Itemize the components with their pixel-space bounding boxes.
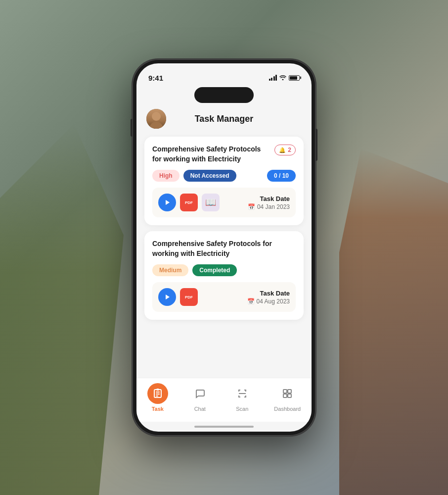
calendar-icon: 📅 [248, 203, 255, 210]
battery-icon [289, 75, 300, 81]
avatar-image [146, 109, 166, 129]
task-2-status-badge: Completed [192, 264, 237, 276]
chat-nav-icon [189, 383, 210, 404]
task-1-badges: High Not Accessed 0 / 10 [152, 170, 296, 182]
task-card-2[interactable]: Comprehensive Safety Protocols for worki… [144, 231, 304, 320]
task-2-pdf-icon[interactable]: PDF [180, 288, 198, 306]
nav-item-scan[interactable]: Scan [232, 383, 253, 412]
dashboard-nav-label: Dashboard [274, 406, 301, 412]
svg-rect-4 [156, 394, 160, 395]
svg-rect-9 [288, 390, 291, 393]
nav-item-chat[interactable]: Chat [189, 383, 210, 412]
task-1-priority-badge: High [152, 170, 179, 182]
wifi-icon [279, 74, 286, 82]
task-2-badges: Medium Completed [152, 264, 296, 276]
svg-rect-5 [156, 396, 158, 396]
calendar-icon-2: 📅 [247, 298, 255, 305]
svg-rect-3 [156, 392, 160, 393]
task-1-attachments: PDF 📖 Task Date 📅 04 Jan 2023 [152, 188, 296, 217]
nav-item-task[interactable]: Task [147, 383, 168, 412]
status-icons [269, 74, 300, 82]
task-2-play-icon[interactable] [158, 288, 176, 306]
dashboard-nav-icon [277, 383, 298, 404]
task-nav-label: Task [152, 406, 164, 412]
signal-icon [269, 75, 277, 81]
chat-nav-label: Chat [194, 406, 206, 412]
status-time: 9:41 [148, 74, 163, 82]
home-indicator [136, 422, 312, 432]
task-2-date: 04 Aug 2023 [257, 298, 290, 305]
task-1-date: 04 Jan 2023 [257, 203, 290, 210]
phone-screen: 9:41 [136, 63, 312, 432]
task-card-2-header: Comprehensive Safety Protocols for worki… [152, 239, 296, 258]
task-1-book-icon[interactable]: 📖 [202, 194, 220, 211]
scan-nav-label: Scan [236, 406, 248, 412]
svg-rect-11 [288, 394, 291, 397]
task-2-attachments: PDF Task Date 📅 04 Aug 2023 [152, 282, 296, 312]
task-2-priority-badge: Medium [152, 264, 188, 276]
avatar[interactable] [146, 109, 166, 129]
task-2-date-value: 📅 04 Aug 2023 [247, 298, 290, 305]
bottom-navigation: Task Chat [136, 378, 312, 422]
page-title: Task Manager [166, 114, 282, 124]
svg-marker-0 [166, 200, 170, 205]
task-1-attachment-icons: PDF 📖 [158, 194, 220, 211]
svg-rect-6 [156, 389, 159, 391]
status-bar: 9:41 [136, 63, 312, 85]
app-header: Task Manager [136, 103, 312, 133]
task-list: Comprehensive Safety Protocols for worki… [136, 133, 312, 378]
task-1-date-block: Task Date 📅 04 Jan 2023 [248, 195, 290, 210]
task-1-status-badge: Not Accessed [183, 170, 236, 182]
task-2-attachment-icons: PDF [158, 288, 198, 306]
task-1-play-icon[interactable] [158, 194, 176, 211]
svg-rect-8 [283, 390, 287, 393]
svg-marker-1 [166, 295, 170, 299]
task-2-date-block: Task Date 📅 04 Aug 2023 [247, 290, 290, 305]
background-right-person [339, 148, 448, 495]
nav-item-dashboard[interactable]: Dashboard [274, 383, 301, 412]
task-1-title: Comprehensive Safety Protocols for worki… [152, 145, 274, 164]
scan-nav-icon [232, 383, 253, 404]
task-card-1[interactable]: Comprehensive Safety Protocols for worki… [144, 137, 304, 225]
svg-rect-10 [283, 394, 287, 397]
task-1-date-value: 📅 04 Jan 2023 [248, 203, 290, 210]
task-1-pdf-icon[interactable]: PDF [180, 194, 198, 211]
bell-icon: 🔔 [279, 147, 286, 153]
task-1-notif-count: 2 [288, 147, 291, 153]
task-1-notification: 🔔 2 [274, 145, 296, 155]
task-2-title: Comprehensive Safety Protocols for worki… [152, 239, 296, 258]
task-nav-icon [147, 383, 168, 404]
task-card-1-header: Comprehensive Safety Protocols for worki… [152, 145, 296, 164]
task-1-date-label: Task Date [248, 195, 290, 202]
task-2-date-label: Task Date [247, 290, 290, 297]
task-1-progress-badge: 0 / 10 [267, 170, 296, 182]
phone-frame: 9:41 [133, 59, 315, 436]
home-bar [194, 426, 254, 428]
dynamic-island [194, 87, 254, 103]
